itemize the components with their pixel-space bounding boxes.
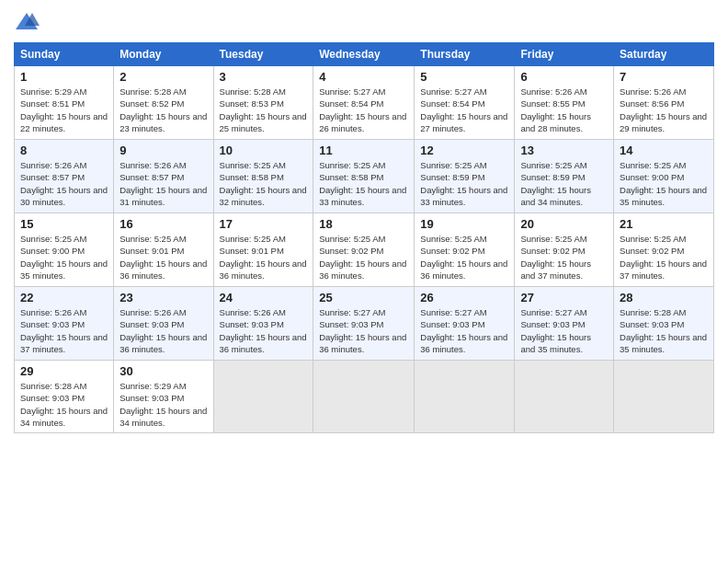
main-container: SundayMondayTuesdayWednesdayThursdayFrid… [0,0,728,442]
day-number: 4 [319,70,408,84]
calendar-cell: 29 Sunrise: 5:28 AM Sunset: 9:03 PM Dayl… [15,361,114,433]
calendar-cell: 22 Sunrise: 5:26 AM Sunset: 9:03 PM Dayl… [15,287,114,361]
day-info: Sunrise: 5:26 AM Sunset: 9:03 PM Dayligh… [119,306,207,355]
calendar-cell: 19 Sunrise: 5:25 AM Sunset: 9:02 PM Dayl… [415,213,515,287]
day-number: 5 [420,70,508,84]
day-info: Sunrise: 5:25 AM Sunset: 9:02 PM Dayligh… [420,233,508,282]
calendar-cell: 10 Sunrise: 5:25 AM Sunset: 8:58 PM Dayl… [213,140,313,213]
day-info: Sunrise: 5:26 AM Sunset: 8:57 PM Dayligh… [20,159,108,208]
logo [14,9,41,35]
day-info: Sunrise: 5:26 AM Sunset: 8:56 PM Dayligh… [620,86,708,134]
day-info: Sunrise: 5:25 AM Sunset: 9:02 PM Dayligh… [620,233,708,282]
day-info: Sunrise: 5:28 AM Sunset: 8:53 PM Dayligh… [220,86,308,134]
calendar-cell: 2 Sunrise: 5:28 AM Sunset: 8:52 PM Dayli… [114,66,213,140]
day-number: 6 [520,70,608,84]
day-info: Sunrise: 5:28 AM Sunset: 8:52 PM Dayligh… [119,86,207,134]
day-info: Sunrise: 5:25 AM Sunset: 8:59 PM Dayligh… [520,159,608,208]
calendar-cell: 13 Sunrise: 5:25 AM Sunset: 8:59 PM Dayl… [515,140,614,213]
calendar-cell: 30 Sunrise: 5:29 AM Sunset: 9:03 PM Dayl… [114,361,213,433]
day-info: Sunrise: 5:25 AM Sunset: 9:00 PM Dayligh… [20,233,108,282]
day-number: 30 [119,364,207,378]
day-info: Sunrise: 5:29 AM Sunset: 9:03 PM Dayligh… [119,380,207,429]
day-number: 19 [420,217,508,231]
day-number: 12 [420,144,508,157]
calendar-cell: 9 Sunrise: 5:26 AM Sunset: 8:57 PM Dayli… [114,140,213,213]
calendar-cell: 6 Sunrise: 5:26 AM Sunset: 8:55 PM Dayli… [515,66,614,140]
day-info: Sunrise: 5:28 AM Sunset: 9:03 PM Dayligh… [620,306,708,355]
calendar-cell: 21 Sunrise: 5:25 AM Sunset: 9:02 PM Dayl… [614,213,714,287]
weekday-header-wednesday: Wednesday [313,43,415,66]
calendar-cell: 16 Sunrise: 5:25 AM Sunset: 9:01 PM Dayl… [114,213,213,287]
day-number: 3 [220,70,308,84]
calendar-header-row: SundayMondayTuesdayWednesdayThursdayFrid… [15,43,714,66]
calendar-cell: 17 Sunrise: 5:25 AM Sunset: 9:01 PM Dayl… [213,213,313,287]
calendar-week-1: 1 Sunrise: 5:29 AM Sunset: 8:51 PM Dayli… [15,66,714,140]
day-number: 20 [520,217,608,231]
weekday-header-thursday: Thursday [415,43,515,66]
day-number: 25 [319,291,408,304]
calendar-table: SundayMondayTuesdayWednesdayThursdayFrid… [14,42,714,433]
day-number: 10 [220,144,308,157]
day-number: 1 [20,70,108,84]
calendar-cell: 5 Sunrise: 5:27 AM Sunset: 8:54 PM Dayli… [415,66,515,140]
calendar-cell: 7 Sunrise: 5:26 AM Sunset: 8:56 PM Dayli… [614,66,714,140]
day-number: 27 [520,291,608,304]
calendar-cell [313,361,415,433]
day-info: Sunrise: 5:25 AM Sunset: 9:00 PM Dayligh… [620,159,708,208]
day-number: 15 [20,217,108,231]
calendar-cell [213,361,313,433]
calendar-cell: 3 Sunrise: 5:28 AM Sunset: 8:53 PM Dayli… [213,66,313,140]
logo-icon [14,9,40,35]
calendar-cell: 20 Sunrise: 5:25 AM Sunset: 9:02 PM Dayl… [515,213,614,287]
calendar-cell: 25 Sunrise: 5:27 AM Sunset: 9:03 PM Dayl… [313,287,415,361]
day-number: 14 [620,144,708,157]
day-info: Sunrise: 5:25 AM Sunset: 9:01 PM Dayligh… [220,233,308,282]
day-number: 13 [520,144,608,157]
calendar-cell [515,361,614,433]
calendar-cell: 24 Sunrise: 5:26 AM Sunset: 9:03 PM Dayl… [213,287,313,361]
day-info: Sunrise: 5:26 AM Sunset: 9:03 PM Dayligh… [220,306,308,355]
calendar-cell: 26 Sunrise: 5:27 AM Sunset: 9:03 PM Dayl… [415,287,515,361]
calendar-cell: 4 Sunrise: 5:27 AM Sunset: 8:54 PM Dayli… [313,66,415,140]
day-number: 18 [319,217,408,231]
day-info: Sunrise: 5:27 AM Sunset: 9:03 PM Dayligh… [520,306,608,355]
day-info: Sunrise: 5:26 AM Sunset: 8:57 PM Dayligh… [119,159,207,208]
calendar-week-3: 15 Sunrise: 5:25 AM Sunset: 9:00 PM Dayl… [15,213,714,287]
calendar-cell [614,361,714,433]
calendar-cell: 11 Sunrise: 5:25 AM Sunset: 8:58 PM Dayl… [313,140,415,213]
calendar-week-5: 29 Sunrise: 5:28 AM Sunset: 9:03 PM Dayl… [15,361,714,433]
calendar-cell [415,361,515,433]
calendar-cell: 18 Sunrise: 5:25 AM Sunset: 9:02 PM Dayl… [313,213,415,287]
day-info: Sunrise: 5:26 AM Sunset: 9:03 PM Dayligh… [20,306,108,355]
day-info: Sunrise: 5:25 AM Sunset: 8:58 PM Dayligh… [220,159,308,208]
day-info: Sunrise: 5:28 AM Sunset: 9:03 PM Dayligh… [20,380,108,429]
day-info: Sunrise: 5:25 AM Sunset: 9:02 PM Dayligh… [520,233,608,282]
calendar-cell: 27 Sunrise: 5:27 AM Sunset: 9:03 PM Dayl… [515,287,614,361]
calendar-week-4: 22 Sunrise: 5:26 AM Sunset: 9:03 PM Dayl… [15,287,714,361]
day-info: Sunrise: 5:27 AM Sunset: 9:03 PM Dayligh… [420,306,508,355]
calendar-cell: 1 Sunrise: 5:29 AM Sunset: 8:51 PM Dayli… [15,66,114,140]
day-number: 23 [119,291,207,304]
day-number: 28 [620,291,708,304]
day-number: 7 [620,70,708,84]
calendar-cell: 23 Sunrise: 5:26 AM Sunset: 9:03 PM Dayl… [114,287,213,361]
day-info: Sunrise: 5:25 AM Sunset: 8:58 PM Dayligh… [319,159,408,208]
weekday-header-monday: Monday [114,43,213,66]
calendar-cell: 15 Sunrise: 5:25 AM Sunset: 9:00 PM Dayl… [15,213,114,287]
day-number: 21 [620,217,708,231]
day-info: Sunrise: 5:26 AM Sunset: 8:55 PM Dayligh… [520,86,608,134]
calendar-week-2: 8 Sunrise: 5:26 AM Sunset: 8:57 PM Dayli… [15,140,714,213]
day-info: Sunrise: 5:25 AM Sunset: 9:01 PM Dayligh… [119,233,207,282]
calendar-cell: 14 Sunrise: 5:25 AM Sunset: 9:00 PM Dayl… [614,140,714,213]
day-info: Sunrise: 5:27 AM Sunset: 8:54 PM Dayligh… [319,86,408,134]
day-number: 8 [20,144,108,157]
calendar-cell: 12 Sunrise: 5:25 AM Sunset: 8:59 PM Dayl… [415,140,515,213]
weekday-header-saturday: Saturday [614,43,714,66]
day-number: 9 [119,144,207,157]
day-info: Sunrise: 5:25 AM Sunset: 9:02 PM Dayligh… [319,233,408,282]
weekday-header-friday: Friday [515,43,614,66]
day-number: 16 [119,217,207,231]
day-info: Sunrise: 5:27 AM Sunset: 8:54 PM Dayligh… [420,86,508,134]
day-number: 17 [220,217,308,231]
day-number: 26 [420,291,508,304]
